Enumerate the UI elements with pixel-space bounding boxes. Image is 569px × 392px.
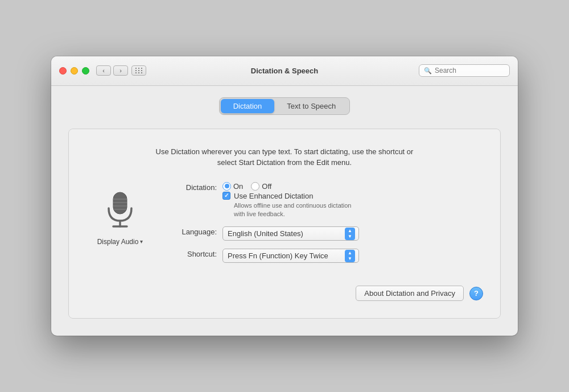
traffic-lights (59, 67, 89, 75)
form-area: Dictation: On Off (171, 182, 483, 271)
main-window: ‹ › Dictation & Speech 🔍 Dictation Text … (51, 56, 518, 336)
apps-button[interactable] (131, 65, 146, 76)
shortcut-dropdown[interactable]: Press Fn (Function) Key Twice ▲ ▼ (222, 249, 359, 263)
enhanced-sub2: with live feedback. (234, 211, 285, 217)
settings-area: Display Audio ▾ Dictation: On (86, 182, 483, 271)
language-row: Language: English (United States) ▲ ▼ (171, 226, 483, 241)
radio-on-dot[interactable] (222, 182, 231, 191)
bottom-bar: About Dictation and Privacy ? (86, 286, 483, 301)
language-dropdown[interactable]: English (United States) ▲ ▼ (222, 226, 359, 241)
radio-off-dot[interactable] (251, 182, 259, 191)
tab-dictation[interactable]: Dictation (221, 99, 275, 113)
radio-on-label: On (233, 182, 243, 191)
shortcut-value: Press Fn (Function) Key Twice (228, 251, 338, 260)
enhanced-dictation-checkbox[interactable]: Use Enhanced Dictation (222, 192, 313, 200)
svg-rect-0 (113, 192, 127, 214)
dictation-label: Dictation: (171, 182, 222, 192)
display-audio-button[interactable]: Display Audio ▾ (97, 238, 143, 246)
search-input[interactable] (435, 67, 505, 75)
chevron-down-icon: ▾ (140, 238, 143, 245)
about-button[interactable]: About Dictation and Privacy (356, 286, 464, 301)
minimize-button[interactable] (71, 67, 78, 75)
back-button[interactable]: ‹ (96, 65, 111, 76)
enhanced-sub-text: Allows offline use and continuous dictat… (222, 201, 352, 219)
language-label: Language: (171, 226, 222, 236)
radio-off[interactable]: Off (251, 182, 271, 191)
mic-area: Display Audio ▾ (86, 182, 154, 246)
main-panel: Use Dictation wherever you can type text… (68, 129, 501, 319)
enhanced-label: Use Enhanced Dictation (234, 192, 313, 200)
tab-group: Dictation Text to Speech (219, 97, 351, 115)
enhanced-sub1: Allows offline use and continuous dictat… (234, 202, 352, 209)
forward-icon: › (119, 67, 122, 74)
nav-buttons: ‹ › (96, 65, 128, 76)
help-button[interactable]: ? (469, 287, 483, 300)
tab-text-to-speech[interactable]: Text to Speech (274, 99, 348, 113)
search-box[interactable]: 🔍 (419, 64, 510, 77)
shortcut-label: Shortcut: (171, 249, 222, 258)
close-button[interactable] (59, 67, 67, 75)
description-text: Use Dictation wherever you can type text… (148, 146, 421, 168)
shortcut-dropdown-arrows-icon: ▲ ▼ (345, 250, 355, 262)
radio-on[interactable]: On (222, 182, 243, 191)
titlebar: ‹ › Dictation & Speech 🔍 (51, 56, 518, 86)
window-title: Dictation & Speech (251, 67, 318, 75)
dictation-controls: On Off Use Enhanced Dictation (222, 182, 352, 219)
content-area: Dictation Text to Speech Use Dictation w… (51, 86, 518, 336)
dictation-row: Dictation: On Off (171, 182, 483, 219)
radio-group: On Off (222, 182, 271, 191)
apps-grid-icon (135, 68, 143, 73)
radio-off-label: Off (262, 182, 271, 191)
dropdown-arrows-icon: ▲ ▼ (345, 228, 355, 240)
checkbox-icon[interactable] (222, 192, 230, 200)
back-icon: ‹ (102, 67, 105, 74)
display-audio-text: Display Audio (97, 238, 139, 246)
language-value: English (United States) (228, 229, 338, 238)
maximize-button[interactable] (82, 67, 89, 75)
tab-bar: Dictation Text to Speech (68, 97, 501, 115)
forward-button[interactable]: › (113, 65, 128, 76)
search-icon: 🔍 (424, 67, 432, 75)
microphone-icon (100, 188, 140, 233)
shortcut-row: Shortcut: Press Fn (Function) Key Twice … (171, 249, 483, 263)
